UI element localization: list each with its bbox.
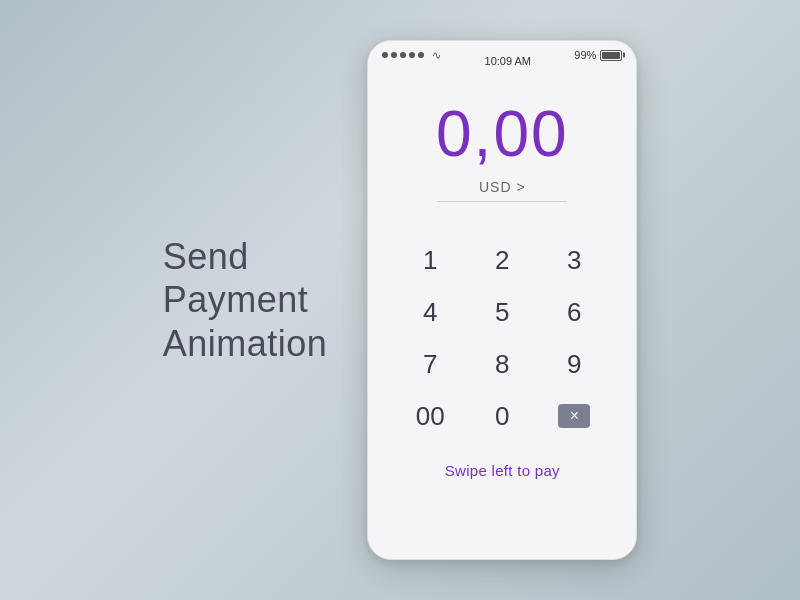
- battery-percent: 99%: [574, 49, 596, 61]
- amount-display: 0,00: [436, 97, 569, 171]
- left-title-line2: Payment: [163, 278, 328, 321]
- signal-dot-5: [418, 52, 424, 58]
- status-left: ∿: [382, 49, 441, 62]
- signal-dot-2: [391, 52, 397, 58]
- key-4[interactable]: 4: [394, 286, 466, 338]
- signal-dot-4: [409, 52, 415, 58]
- currency-label[interactable]: USD >: [479, 179, 526, 195]
- key-3[interactable]: 3: [538, 234, 610, 286]
- key-7[interactable]: 7: [394, 338, 466, 390]
- currency-divider: [437, 201, 567, 202]
- status-right: 99%: [574, 49, 622, 61]
- wifi-icon: ∿: [432, 49, 441, 62]
- left-title-line3: Animation: [163, 322, 328, 365]
- keypad-row-2: 4 5 6: [378, 286, 626, 338]
- signal-dots: [382, 52, 424, 58]
- swipe-to-pay[interactable]: Swipe left to pay: [445, 462, 560, 479]
- key-5[interactable]: 5: [466, 286, 538, 338]
- left-title-block: Send Payment Animation: [163, 235, 328, 365]
- key-1[interactable]: 1: [394, 234, 466, 286]
- phone-content: 0,00 USD > 1 2 3 4 5 6 7: [368, 67, 636, 559]
- signal-dot-1: [382, 52, 388, 58]
- battery-fill: [602, 52, 620, 59]
- key-0[interactable]: 0: [466, 390, 538, 442]
- currency-row: USD >: [378, 179, 626, 220]
- keypad: 1 2 3 4 5 6 7 8 9 00 0: [378, 234, 626, 442]
- key-6[interactable]: 6: [538, 286, 610, 338]
- keypad-row-1: 1 2 3: [378, 234, 626, 286]
- key-9[interactable]: 9: [538, 338, 610, 390]
- signal-dot-3: [400, 52, 406, 58]
- status-time: 10:09 AM: [485, 55, 531, 67]
- page-wrapper: Send Payment Animation ∿ 10:09 AM 99%: [0, 0, 800, 600]
- key-00[interactable]: 00: [394, 390, 466, 442]
- left-title-line1: Send: [163, 235, 328, 278]
- keypad-row-3: 7 8 9: [378, 338, 626, 390]
- backspace-icon: [558, 404, 590, 428]
- battery-icon: [600, 50, 622, 61]
- phone-frame: ∿ 10:09 AM 99% 0,00 USD >: [367, 40, 637, 560]
- keypad-row-4: 00 0: [378, 390, 626, 442]
- key-backspace[interactable]: [538, 390, 610, 442]
- key-8[interactable]: 8: [466, 338, 538, 390]
- key-2[interactable]: 2: [466, 234, 538, 286]
- status-bar: ∿ 10:09 AM 99%: [368, 41, 636, 67]
